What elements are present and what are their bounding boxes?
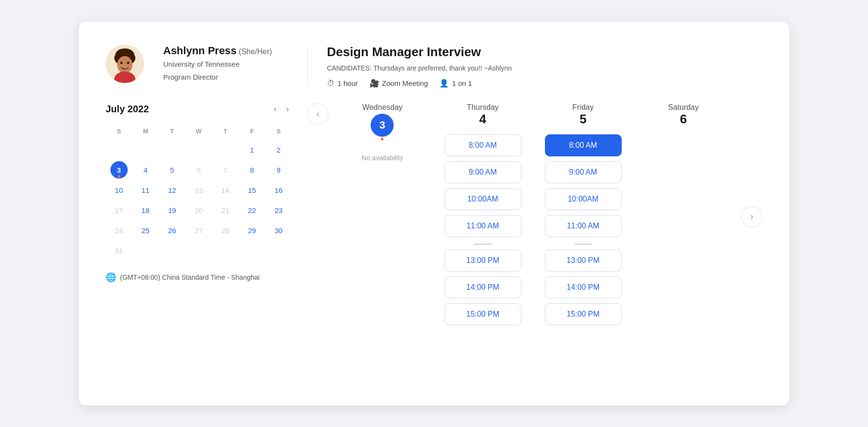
svg-point-3	[117, 56, 133, 73]
cal-day-29[interactable]: 29	[243, 222, 261, 239]
globe-icon: 🌐	[106, 272, 116, 283]
video-icon: 🎥	[370, 79, 379, 88]
thursday-slot-1400pm[interactable]: 14:00 PM	[445, 276, 521, 298]
friday-slot-800am[interactable]: 8:00 AM	[545, 134, 622, 156]
cal-day-5[interactable]: 5	[164, 161, 181, 178]
calendar-next-button[interactable]: ›	[283, 103, 292, 115]
cal-empty	[110, 141, 128, 158]
calendar-nav: ‹ ›	[271, 103, 292, 115]
cal-empty	[137, 141, 154, 158]
cal-day-17: 17	[110, 202, 128, 219]
cal-day-3[interactable]: 3	[110, 161, 128, 178]
days-columns: Wednesday 3 No availability	[332, 103, 734, 330]
timezone-row: 🌐 (GMT+08:00) China Standard Time - Shan…	[106, 272, 292, 283]
cal-day-26[interactable]: 26	[164, 222, 181, 239]
calendar-month-year: July 2022	[106, 104, 149, 115]
cal-day-28: 28	[217, 222, 234, 239]
cal-day-2[interactable]: 2	[270, 141, 287, 158]
slots-prev-button[interactable]: ‹	[307, 103, 328, 124]
main-content: July 2022 ‹ › S M T W T F S	[106, 103, 762, 330]
cal-day-30[interactable]: 30	[270, 222, 287, 239]
day-col-wednesday: Wednesday 3 No availability	[332, 103, 433, 330]
wednesday-date-circle: 3	[371, 114, 394, 137]
calendar-header: July 2022 ‹ ›	[106, 103, 292, 115]
event-meta: ⏱ 1 hour 🎥 Zoom Meeting 👤 1 on 1	[327, 79, 512, 88]
cal-day-16[interactable]: 16	[270, 181, 287, 199]
host-info: Ashlynn Press (She/Her) University of Te…	[163, 45, 288, 83]
cal-day-27: 27	[190, 222, 207, 239]
cal-day-23[interactable]: 23	[270, 202, 287, 219]
timezone-text: (GMT+08:00) China Standard Time - Shangh…	[120, 273, 260, 281]
cal-empty	[217, 141, 234, 158]
day-col-saturday: Saturday 6	[633, 103, 734, 330]
no-availability-text: No availability	[362, 154, 403, 162]
cal-day-10[interactable]: 10	[110, 181, 128, 199]
host-org: University of Tennessee	[163, 59, 288, 70]
wednesday-dot	[381, 138, 384, 141]
cal-header-tue: T	[159, 125, 185, 140]
cal-header-wed: W	[185, 125, 212, 140]
cal-day-21: 21	[217, 202, 234, 219]
cal-day-4[interactable]: 4	[137, 161, 154, 178]
cal-day-20: 20	[190, 202, 207, 219]
clock-icon: ⏱	[327, 79, 335, 88]
thursday-slot-1300pm[interactable]: 13:00 PM	[445, 249, 521, 272]
cal-day-12[interactable]: 12	[164, 181, 181, 199]
wednesday-header: Wednesday 3	[362, 103, 402, 137]
cal-header-sat: S	[265, 125, 292, 140]
people-icon: 👤	[439, 79, 449, 88]
friday-slot-1300pm[interactable]: 13:00 PM	[545, 249, 622, 272]
friday-slot-1000am[interactable]: 10:00AM	[545, 188, 622, 210]
day-col-friday: Friday 5 8:00 AM 9:00 AM 10:00AM 11:00 A…	[533, 103, 633, 330]
cal-empty	[190, 141, 207, 158]
saturday-header: Saturday 6	[668, 103, 699, 127]
cal-header-thu: T	[212, 125, 239, 140]
cal-day-15[interactable]: 15	[243, 181, 261, 199]
event-title: Design Manager Interview	[327, 45, 512, 59]
cal-day-14: 14	[217, 181, 234, 199]
cal-day-8[interactable]: 8	[243, 161, 261, 178]
cal-day-25[interactable]: 25	[137, 222, 154, 239]
calendar-prev-button[interactable]: ‹	[271, 103, 279, 115]
thursday-slot-1100am[interactable]: 11:00 AM	[445, 215, 521, 237]
thursday-slot-1500pm[interactable]: 15:00 PM	[445, 303, 521, 325]
cal-header-mon: M	[132, 125, 158, 140]
calendar-grid: S M T W T F S 1 2 3 4 5 6 7	[106, 125, 292, 261]
cal-day-19[interactable]: 19	[164, 202, 181, 219]
vertical-divider	[307, 47, 308, 85]
thursday-slot-1000am[interactable]: 10:00AM	[445, 188, 521, 210]
cal-empty	[164, 141, 181, 158]
cal-day-31: 31	[110, 242, 128, 259]
cal-header-sun: S	[106, 125, 132, 140]
cal-day-13: 13	[190, 181, 207, 199]
meeting-type-meta: 🎥 Zoom Meeting	[370, 79, 428, 88]
friday-slot-900am[interactable]: 9:00 AM	[545, 161, 622, 183]
svg-point-4	[121, 62, 123, 64]
cal-day-1[interactable]: 1	[243, 141, 261, 158]
format-meta: 👤 1 on 1	[439, 79, 472, 88]
main-card: Ashlynn Press (She/Her) University of Te…	[79, 22, 789, 405]
friday-slot-1400pm[interactable]: 14:00 PM	[545, 276, 622, 298]
friday-gap-divider	[575, 244, 592, 245]
thursday-slot-800am[interactable]: 8:00 AM	[445, 134, 521, 156]
avatar	[106, 45, 144, 83]
day-col-thursday: Thursday 4 8:00 AM 9:00 AM 10:00AM 11:00…	[433, 103, 533, 330]
duration-meta: ⏱ 1 hour	[327, 79, 358, 88]
cal-day-18[interactable]: 18	[137, 202, 154, 219]
event-info: Design Manager Interview CANDIDATES: Thu…	[327, 45, 512, 88]
cal-day-22[interactable]: 22	[243, 202, 261, 219]
cal-day-7: 7	[217, 161, 234, 178]
cal-day-6: 6	[190, 161, 207, 178]
slots-next-button[interactable]: ›	[741, 206, 762, 227]
friday-slot-1500pm[interactable]: 15:00 PM	[545, 303, 622, 325]
host-title: Program Director	[163, 72, 288, 83]
slots-panel: ‹ Wednesday 3	[307, 103, 762, 330]
cal-day-24: 24	[110, 222, 128, 239]
svg-point-5	[127, 62, 130, 64]
header: Ashlynn Press (She/Her) University of Te…	[106, 45, 762, 88]
cal-day-11[interactable]: 11	[137, 181, 154, 199]
thursday-slot-900am[interactable]: 9:00 AM	[445, 161, 521, 183]
friday-slot-1100am[interactable]: 11:00 AM	[545, 215, 622, 237]
cal-day-9[interactable]: 9	[270, 161, 287, 178]
host-name: Ashlynn Press (She/Her)	[163, 45, 288, 57]
